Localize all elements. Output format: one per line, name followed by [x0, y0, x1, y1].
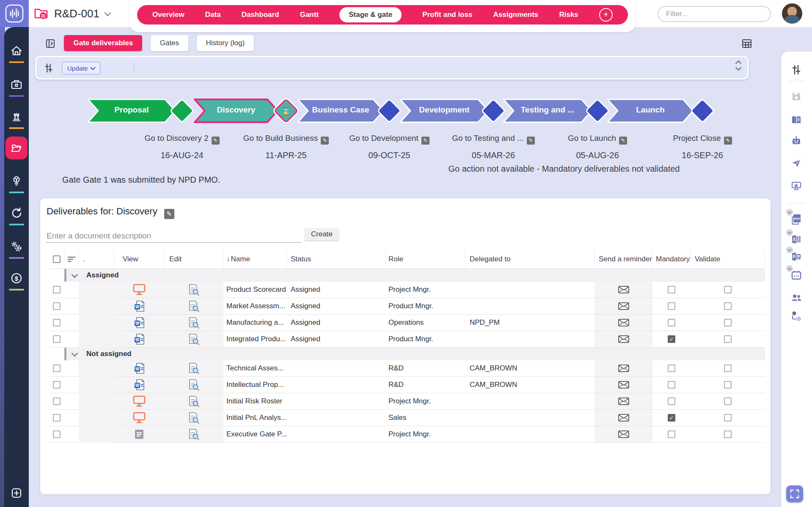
column-header-validate[interactable]: Validate	[691, 249, 765, 269]
fullscreen-button[interactable]	[786, 485, 803, 502]
edit-document-icon[interactable]	[164, 298, 223, 314]
presentation-display-icon[interactable]	[789, 178, 804, 194]
app-logo[interactable]	[0, 0, 29, 27]
tab-data[interactable]: Data	[205, 11, 221, 19]
validate-checkbox[interactable]	[724, 414, 732, 422]
column-header-dot[interactable]: .	[79, 249, 114, 269]
sidebar-item-settings[interactable]	[4, 239, 29, 259]
sidebar-item-sync[interactable]	[4, 206, 29, 225]
view-html-icon[interactable]	[114, 393, 164, 409]
column-header-name[interactable]: ↓Name	[223, 249, 287, 269]
stage-business-case[interactable]: Business Case	[297, 99, 384, 123]
view-word-icon[interactable]: W	[114, 360, 164, 376]
validate-checkbox[interactable]	[724, 302, 732, 310]
row-checkbox[interactable]	[53, 364, 61, 372]
sidebar-item-add[interactable]	[4, 486, 29, 500]
stage-launch[interactable]: Launch	[607, 99, 694, 123]
edit-gate-icon[interactable]: ✎	[724, 137, 732, 145]
view-word-icon[interactable]: W	[114, 315, 164, 331]
export-pdf-icon[interactable]: PDF	[789, 211, 804, 227]
mandatory-checkbox[interactable]	[668, 381, 675, 389]
subtab-gates[interactable]: Gates	[151, 35, 188, 51]
sidebar-item-strategy[interactable]	[4, 110, 29, 129]
row-checkbox[interactable]	[53, 302, 61, 310]
mandatory-checkbox-checked[interactable]	[668, 414, 675, 422]
table-row[interactable]: Executive Gate P... Project Mngr.	[49, 426, 765, 443]
tab-overview[interactable]: Overview	[152, 11, 184, 19]
record-settings-icon[interactable]	[789, 308, 804, 323]
tab-dashboard[interactable]: Dashboard	[242, 11, 279, 19]
validate-checkbox[interactable]	[724, 397, 732, 405]
sidebar-item-portfolio[interactable]	[4, 77, 29, 97]
mandatory-checkbox[interactable]	[668, 397, 675, 405]
edit-gate-icon[interactable]: ✎	[527, 137, 535, 145]
row-checkbox[interactable]	[53, 335, 61, 343]
view-html-icon[interactable]	[114, 282, 164, 298]
send-reminder-icon[interactable]	[595, 360, 652, 376]
send-reminder-icon[interactable]	[595, 393, 652, 409]
sort-menu-icon[interactable]	[64, 249, 79, 269]
collapse-group-icon[interactable]	[72, 350, 78, 356]
documentation-icon[interactable]	[789, 112, 804, 128]
collapse-toolbar-icon[interactable]	[736, 61, 740, 70]
edit-document-icon[interactable]	[164, 393, 223, 409]
edit-gate-icon[interactable]: ✎	[321, 137, 329, 145]
ppt-options-badge[interactable]	[786, 247, 793, 253]
column-header-view[interactable]: View	[114, 249, 164, 269]
document-description-input[interactable]	[46, 230, 301, 243]
sidebar-item-finance[interactable]: $	[4, 271, 29, 290]
tab-profit-and-loss[interactable]: Profit and loss	[422, 11, 472, 19]
table-row[interactable]: W Intellectual Prop... R&D CAM_BROWN	[49, 377, 765, 393]
validate-checkbox[interactable]	[724, 364, 732, 372]
send-reminder-icon[interactable]	[595, 315, 652, 331]
column-header-status[interactable]: Status	[287, 249, 386, 269]
sidebar-item-projects-active[interactable]	[6, 137, 28, 159]
column-header-edit[interactable]: Edit	[164, 249, 223, 269]
mandatory-checkbox[interactable]	[668, 286, 675, 293]
validate-checkbox[interactable]	[724, 381, 732, 389]
user-avatar[interactable]	[782, 3, 802, 24]
edit-document-icon[interactable]	[164, 410, 223, 426]
stage-development[interactable]: Development	[399, 99, 489, 123]
send-reminder-icon[interactable]	[595, 331, 652, 347]
edit-deliverables-icon[interactable]: ✎	[164, 209, 174, 219]
column-header-mandatory[interactable]: Mandatory	[652, 249, 691, 269]
column-header-delegated-to[interactable]: Delegated to	[465, 249, 595, 269]
table-row[interactable]: Product Scorecard Assigned Project Mngr.	[49, 282, 765, 298]
row-checkbox[interactable]	[53, 381, 61, 389]
edit-gate-icon[interactable]: ✎	[619, 137, 627, 145]
pdf-options-badge[interactable]	[786, 209, 793, 216]
table-row[interactable]: Initial PnL Analys... Sales	[49, 410, 765, 426]
column-header-role[interactable]: Role	[386, 249, 465, 269]
export-powerpoint-icon[interactable]: P	[789, 249, 804, 264]
table-row[interactable]: W Technical Asses... R&D CAM_BROWN	[49, 360, 765, 377]
validate-checkbox[interactable]	[724, 335, 732, 343]
tab-risks[interactable]: Risks	[559, 11, 578, 19]
validate-checkbox[interactable]	[724, 430, 732, 438]
assistant-robot-icon[interactable]	[789, 133, 804, 148]
row-checkbox[interactable]	[53, 397, 61, 405]
collapse-group-icon[interactable]	[72, 271, 78, 278]
update-button[interactable]: Update	[62, 62, 100, 74]
edit-gate-icon[interactable]: ✎	[421, 137, 429, 145]
view-html-icon[interactable]	[114, 410, 164, 426]
filter-input[interactable]	[658, 6, 771, 22]
view-options-icon[interactable]	[789, 62, 804, 77]
edit-document-icon[interactable]	[164, 360, 223, 376]
table-view-icon[interactable]	[742, 39, 752, 50]
edit-document-icon[interactable]	[164, 331, 223, 347]
view-word-icon[interactable]: W	[114, 377, 164, 393]
save-icon[interactable]	[789, 89, 804, 104]
group-header-assigned[interactable]: Assigned	[49, 269, 765, 282]
validate-checkbox[interactable]	[724, 319, 732, 326]
send-reminder-icon[interactable]	[595, 282, 652, 298]
stage-proposal[interactable]: Proposal	[87, 99, 176, 123]
tab-gantt[interactable]: Gantt	[300, 11, 319, 19]
row-checkbox[interactable]	[53, 430, 61, 438]
project-dropdown-icon[interactable]	[105, 9, 111, 16]
table-row[interactable]: W Integrated Produ... Assigned Product M…	[49, 331, 765, 348]
mandatory-checkbox[interactable]	[668, 430, 675, 438]
group-header-not-assigned[interactable]: Not assigned	[49, 348, 765, 360]
stage-discovery-current[interactable]: Discovery	[194, 99, 278, 123]
select-all-checkbox[interactable]	[53, 255, 61, 263]
